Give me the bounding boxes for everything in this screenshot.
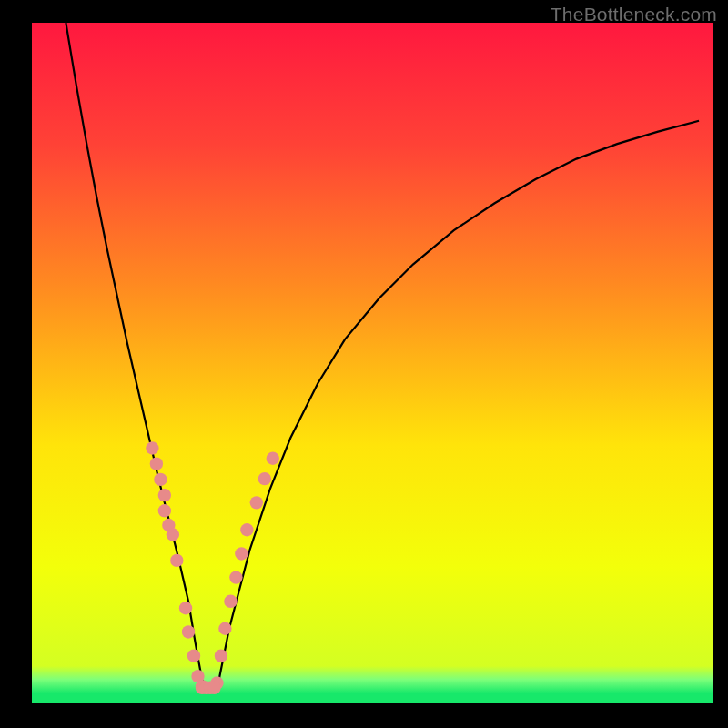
chart-frame — [32, 23, 713, 703]
data-point — [179, 602, 192, 614]
data-point — [182, 625, 195, 638]
data-point — [187, 649, 200, 662]
data-point — [218, 622, 231, 635]
data-point — [250, 496, 263, 509]
data-point — [207, 682, 220, 694]
data-point — [154, 473, 167, 486]
data-point — [170, 554, 183, 567]
data-point — [158, 504, 171, 517]
data-point — [224, 595, 237, 608]
data-point — [240, 523, 253, 536]
data-point — [167, 528, 179, 541]
data-point — [229, 571, 242, 583]
chart-plot — [32, 23, 713, 703]
data-point — [258, 472, 271, 485]
watermark-text: TheBottleneck.com — [551, 4, 717, 25]
data-point — [150, 458, 163, 470]
data-point — [235, 547, 248, 560]
data-point — [158, 489, 171, 501]
gradient-background — [32, 23, 713, 703]
data-point — [267, 452, 279, 465]
data-point — [215, 649, 228, 662]
data-point — [146, 441, 158, 454]
